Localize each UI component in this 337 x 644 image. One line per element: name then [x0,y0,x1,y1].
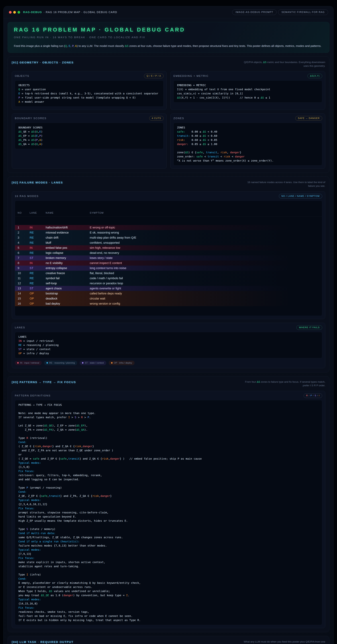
topbar-pill-semantic-firewall[interactable]: SEMANTIC FIREWALL FOR RAG [278,10,328,15]
code-line: {1,5,8} [18,465,318,469]
code-line: OP = infra / deploy [18,351,318,356]
code-line: you may treat ΔS_QE as 1.0 (danger) by c… [18,593,318,598]
code-line: risk: 0.60 ≤ ΔS < 0.85 [177,138,318,142]
panel-boundary-scores: BOUNDARY SCORES 4 CUTS BOUNDARY SCORESΔS… [12,114,167,169]
code-line: Cond: [18,577,318,581]
mode-cell-sym: E wrong or off-topic [90,226,322,230]
mode-cell-lane: OP [30,302,46,306]
mode-cell-no: 2 [18,230,30,234]
code-line: P = final user-side prompt string sent t… [18,96,160,100]
mode-row: 7STbroken memoryloses story / state [15,256,322,260]
mode-cell-sym: flat, literal, blocked [90,271,322,275]
code-line: High Z_EP usually means the template dis… [18,519,318,523]
code-line: Q = user question [18,87,160,92]
mode-cell-name: misread evidence [46,230,90,234]
objects-code: OBJECTSQ = user questionE = top-k retrie… [15,80,164,107]
mode-cell-no: 13 [18,286,30,290]
mode-cell-name: self-loop [46,281,90,285]
mode-cell-no: 4 [18,240,30,245]
mode-cell-lane: OP [30,296,46,300]
mode-cell-name: symbol fail [46,276,90,280]
mode-row: 15OPdeadlockcircular wait [15,296,322,301]
mode-row: 4REbluffconfident, unsupported [15,240,322,245]
code-line: readiness checks, smoke tests, version t… [18,610,318,614]
code-line [18,432,318,436]
code-line: Cond if multi-run data: [18,531,318,535]
intro-paragraph: Feed this image plus a single failing ru… [14,44,323,48]
mode-row: 12REself-looprecursion or paradox loop [15,281,322,286]
mode-cell-lane: ST [30,256,46,260]
code-line: Cond if only a single run (heuristic): [18,540,318,544]
code-line [177,146,318,150]
code-line: Note: one mode may appear in more than o… [18,411,318,415]
code-line: Fix focus: [18,469,318,473]
mode-cell-no: 11 [18,276,30,280]
window-dot-yellow[interactable] [13,11,16,14]
code-line: “X is not worse than Y” means zone_order… [177,159,318,163]
code-line: E empty, placeholder or clearly mismatch… [18,581,318,585]
mode-cell-sym: recursion or paradox loop [90,281,322,285]
panel-label: EMBEDDING + METRIC [174,74,209,78]
section-geometry: [01] GEOMETRY · OBJECTS · ZONES Q/E/P/A … [8,56,330,173]
panel-zones: ZONES SAFE → DANGER ZONESsafe: 0.00 ≤ ΔS… [170,114,325,169]
code-line: EMBEDDING + METRIC [177,83,318,87]
panel-label: ZONES [174,117,184,120]
code-line: If several types match, prefer I > S > R… [18,415,318,420]
code-line: ZONES [177,126,318,130]
code-line: {2,3,4,6,10,11,12} [18,502,318,506]
panel-label: PATTERN DEFINITIONS [15,394,50,397]
panel-badge: SAFE → DANGER [295,116,322,120]
code-line: Type I (infra) [18,572,318,577]
code-line: IN = input / retrieval [18,339,318,343]
code-line: {7,9,13} [18,552,318,556]
section-title: [03] PATTERNS → TYPE → FIX FOCUS [12,380,76,384]
mode-cell-no: 5 [18,246,30,250]
mode-cell-name: creative freeze [46,271,90,275]
code-line: Fix focus: [18,606,318,610]
code-line: transit: 0.40 ≤ ΔS < 0.60 [177,134,318,138]
mode-cell-name: bootstrap [46,291,90,296]
code-line: and Z_EP, Z_PA are not worse than Z_QE u… [18,448,318,452]
code-line: ΔS(X,Y) = 1 - cos_sim(I(X), I(Y)) // hen… [177,96,318,100]
lanes-legend: IN · input / retrievalRE · reasoning / p… [15,361,322,365]
mode-cell-name: broken memory [46,256,90,260]
mode-row: 3REchain driftmulti-step plan drifts awa… [15,235,322,240]
section-title: [02] FAILURE MODES · LANES [12,180,63,184]
code-line: Let Z_QE = zone(ΔS_QE), Z_EP = zone(ΔS_E… [18,424,318,428]
code-line: LANES [18,335,318,339]
panel-label: 16 RAG MODES [15,195,39,198]
code-line: If E exists but is hidden only by missin… [18,618,318,622]
code-line: prompt structure, stepwise reasoning, ci… [18,510,318,514]
window-dot-red[interactable] [9,11,12,14]
topbar-pill-image-as-debug-prompt[interactable]: IMAGE-AS-DEBUG PROMPT [232,10,276,15]
code-line: or [18,452,318,457]
mode-cell-lane: RE [30,240,46,245]
window-dot-green[interactable] [18,11,20,14]
embedding-code: EMBEDDING + METRICI(X) = embedding of te… [174,80,322,102]
mode-cell-lane: ST [30,266,46,270]
section-title: [04] LLM TASK · REQUIRED OUTPUT [12,640,74,644]
code-line: Z_PA = zone(ΔS_PA), Z_QA = zone(ΔS_QA). [18,428,318,432]
code-line: RE = reasoning / planning [18,343,318,347]
panel-label: BOUNDARY SCORES [15,117,46,120]
legend-chip-ST: ST · state / context [80,361,106,365]
panel-rag-modes: 16 RAG MODES NO / LANE / NAME / SYMPTOM … [12,191,325,319]
mode-cell-no: 6 [18,251,30,255]
hero-card: RAG 16 PROBLEM MAP · GLOBAL DEBUG CARD O… [8,22,330,53]
mode-row: 11REsymbol failcode / math / symbols fai… [15,276,322,281]
code-line: Typical modes: [18,548,318,552]
debug-card-poster: RAG-DEBUG · RAG 16 PROBLEM MAP · GLOBAL … [4,6,334,644]
mode-cell-name: deadlock [46,296,90,300]
code-line: ΔS_PA = ΔS(P,A) [18,138,160,142]
section-llm-task: [04] LLM TASK · REQUIRED OUTPUT What any… [8,636,330,644]
code-line [18,523,318,527]
code-line: ( Z_QE ∈ {risk,danger} and Z_QA ∈ {risk,… [18,444,318,448]
mode-cell-sym: cannot inspect E content [90,261,322,265]
mode-row: 5INembed false possim high, relevance lo… [15,245,322,250]
mode-cell-lane: RE [30,281,46,285]
panel-embedding-metric: EMBEDDING + METRIC ΔS(X,Y) EMBEDDING + M… [170,71,325,110]
modes-table-header: NO LANE NAME SYMPTOM [15,209,322,217]
mode-cell-sym: confident, unsupported [90,240,322,245]
code-line: and add logging so E can be inspected. [18,477,318,482]
code-line: I(X) = embedding of text X from one fixe… [177,87,318,92]
